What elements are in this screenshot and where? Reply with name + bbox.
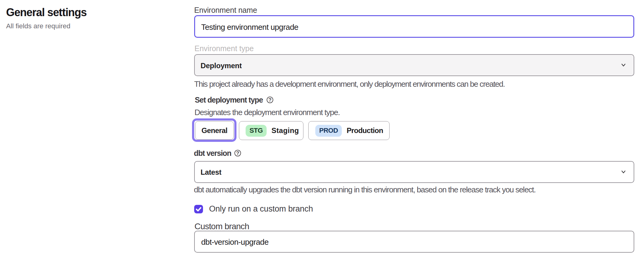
svg-text:?: ? bbox=[236, 150, 239, 156]
svg-text:?: ? bbox=[268, 97, 271, 103]
